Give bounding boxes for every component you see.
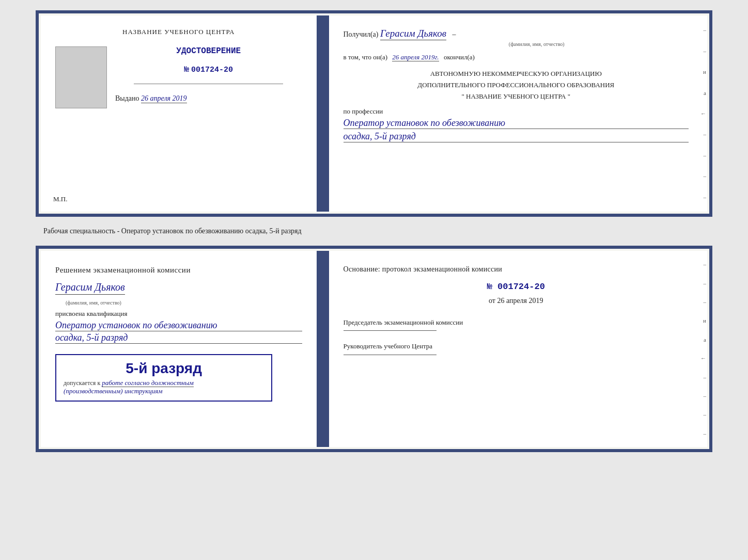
vtom-label: в том, что он(а) 26 апреля 2019г. окончи… [344, 53, 475, 61]
mp-label: М.П. [53, 195, 67, 203]
qual-line1: Оператор установок по обезвоживанию [55, 320, 302, 331]
bottom-date-value: 26 апреля 2019 [497, 297, 543, 305]
decision-person-name: Герасим Дьяков [55, 281, 125, 295]
profession-section: по профессии Оператор установок по обезв… [344, 107, 689, 142]
protocol-number-section: № 001724-20 [344, 282, 689, 292]
cert-label: УДОСТОВЕРЕНИЕ [115, 46, 302, 56]
cert-number-prefix: № [184, 65, 190, 74]
vtom-date: 26 апреля 2019г. [392, 53, 439, 61]
cert-number-line: № 001724-20 [115, 65, 302, 74]
issued-date: 26 апреля 2019 [141, 94, 186, 103]
decision-text: Решением экзаменационной комиссии [55, 263, 302, 277]
cert-number-value: 001724-20 [191, 66, 233, 74]
work-text: работе согласно должностным [102, 379, 194, 387]
qual-line2: осадка, 5-й разряд [55, 332, 302, 344]
predsedatel-label: Председатель экзаменационной комиссии [344, 317, 689, 328]
bottom-left-page: Решением экзаменационной комиссии Гераси… [41, 251, 318, 447]
document-spine [318, 15, 328, 212]
okonchil-label: окончил(а) [444, 53, 475, 61]
prisvoena-label: присвоена квалификация [55, 310, 302, 318]
top-document: НАЗВАНИЕ УЧЕБНОГО ЦЕНТРА УДОСТОВЕРЕНИЕ №… [36, 10, 712, 217]
bottom-document-spine [318, 251, 328, 447]
photo-placeholder [55, 46, 107, 108]
vtom-section: в том, что он(а) 26 апреля 2019г. окончи… [344, 52, 689, 63]
issued-line: Выдано 26 апреля 2019 [115, 94, 302, 103]
recipient-section: Получил(а) Герасим Дьяков – (фамилия, им… [344, 28, 689, 47]
osnovanye-label: Основание: протокол экзаменационной коми… [344, 263, 689, 276]
bottom-right-page: Основание: протокол экзаменационной коми… [328, 251, 708, 447]
top-left-center-title: НАЗВАНИЕ УЧЕБНОГО ЦЕНТРА [55, 28, 302, 36]
predsedatel-section: Председатель экзаменационной комиссии [344, 317, 689, 331]
rank-box: 5-й разряд допускается к работе согласно… [55, 354, 272, 402]
dash-symbol: – [452, 30, 456, 38]
rank-value: осадка, 5-й разряд [344, 131, 689, 142]
predsedatel-signature-line [344, 330, 437, 331]
po-professii-label: по профессии [344, 107, 689, 116]
rukovoditel-label: Руководитель учебного Центра [344, 341, 689, 351]
udostoverenie-label: УДОСТОВЕРЕНИЕ [176, 46, 241, 56]
separator-text: Рабочая специальность - Оператор установ… [43, 225, 705, 237]
org-name-section: АВТОНОМНУЮ НЕКОММЕРЧЕСКУЮ ОРГАНИЗАЦИЮ ДО… [344, 68, 689, 102]
side-marks-top: – – и а ← – – – – [697, 15, 707, 212]
decision-name-section: Герасим Дьяков (фамилия, имя, отчество) [55, 281, 302, 306]
poluchil-label: Получил(а) Герасим Дьяков – [344, 30, 456, 38]
bottom-fio-sublabel: (фамилия, имя, отчество) [66, 300, 302, 306]
recipient-name: Герасим Дьяков [380, 28, 446, 40]
date-from-section: от 26 апреля 2019 [344, 297, 689, 305]
issued-label: Выдано [115, 94, 139, 102]
instr-text: (производственным) инструкциям [64, 387, 163, 395]
top-left-page: НАЗВАНИЕ УЧЕБНОГО ЦЕНТРА УДОСТОВЕРЕНИЕ №… [41, 15, 318, 212]
rukovoditel-signature-line [344, 355, 437, 355]
rank-box-title: 5-й разряд [64, 360, 264, 377]
top-right-page: Получил(а) Герасим Дьяков – (фамилия, им… [328, 15, 708, 212]
rukovoditel-section: Руководитель учебного Центра [344, 341, 689, 355]
dopuskaetsya-section: допускается к работе согласно должностны… [64, 379, 264, 395]
profession-value: Оператор установок по обезвоживанию [344, 118, 689, 129]
fio-sublabel: (фамилия, имя, отчество) [385, 41, 689, 47]
side-marks-bottom: – – – и а ← – – – – [697, 251, 707, 447]
protocol-number: № 001724-20 [344, 282, 689, 292]
bottom-document: Решением экзаменационной комиссии Гераси… [36, 246, 712, 452]
